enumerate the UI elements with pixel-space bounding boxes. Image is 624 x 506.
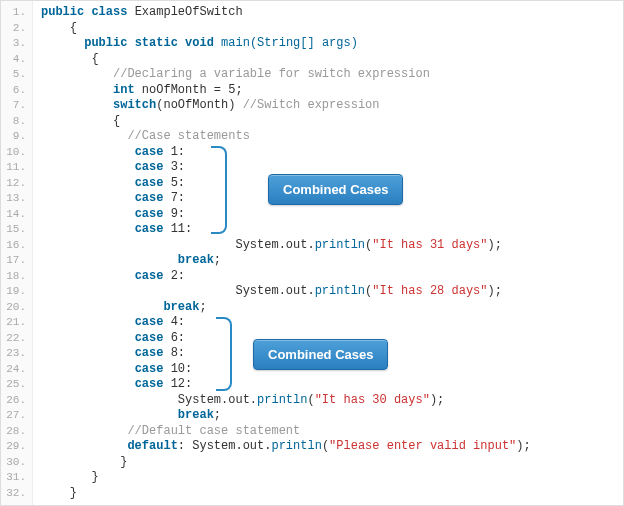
- line-number: 32.: [5, 486, 26, 502]
- annotation-badge: Combined Cases: [268, 174, 403, 205]
- code-line: default: System.out.println("Please ente…: [41, 439, 623, 455]
- code-line: int noOfMonth = 5;: [41, 83, 623, 99]
- line-number: 1.: [5, 5, 26, 21]
- annotation-badge: Combined Cases: [253, 339, 388, 370]
- line-number: 6.: [5, 83, 26, 99]
- code-line: break;: [41, 253, 623, 269]
- line-number: 8.: [5, 114, 26, 130]
- line-gutter: 1. 2. 3. 4. 5. 6. 7. 8. 9. 10. 11. 12. 1…: [1, 1, 33, 505]
- code-line: switch(noOfMonth) //Switch expression: [41, 98, 623, 114]
- code-line: System.out.println("It has 31 days");: [41, 238, 623, 254]
- line-number: 16.: [5, 238, 26, 254]
- code-line: case 12:: [41, 377, 623, 393]
- code-line: public class ExampleOfSwitch: [41, 5, 623, 21]
- code-line: }: [41, 486, 623, 502]
- line-number: 29.: [5, 439, 26, 455]
- code-lines: public class ExampleOfSwitch { public st…: [33, 1, 623, 505]
- code-line: //Case statements: [41, 129, 623, 145]
- line-number: 21.: [5, 315, 26, 331]
- code-line: //Declaring a variable for switch expres…: [41, 67, 623, 83]
- line-number: 28.: [5, 424, 26, 440]
- code-line: break;: [41, 408, 623, 424]
- code-line: case 1:: [41, 145, 623, 161]
- line-number: 22.: [5, 331, 26, 347]
- line-number: 19.: [5, 284, 26, 300]
- brace-icon: [211, 146, 227, 234]
- line-number: 20.: [5, 300, 26, 316]
- line-number: 2.: [5, 21, 26, 37]
- line-number: 27.: [5, 408, 26, 424]
- line-number: 30.: [5, 455, 26, 471]
- code-line: System.out.println("It has 28 days");: [41, 284, 623, 300]
- line-number: 26.: [5, 393, 26, 409]
- line-number: 31.: [5, 470, 26, 486]
- line-number: 4.: [5, 52, 26, 68]
- line-number: 23.: [5, 346, 26, 362]
- line-number: 13.: [5, 191, 26, 207]
- line-number: 7.: [5, 98, 26, 114]
- code-line: public static void main(String[] args): [41, 36, 623, 52]
- line-number: 24.: [5, 362, 26, 378]
- code-line: //Default case statement: [41, 424, 623, 440]
- line-number: 14.: [5, 207, 26, 223]
- line-number: 12.: [5, 176, 26, 192]
- line-number: 10.: [5, 145, 26, 161]
- code-line: break;: [41, 300, 623, 316]
- line-number: 5.: [5, 67, 26, 83]
- line-number: 3.: [5, 36, 26, 52]
- line-number: 15.: [5, 222, 26, 238]
- code-line: case 4:: [41, 315, 623, 331]
- code-line: case 9:: [41, 207, 623, 223]
- code-line: }: [41, 470, 623, 486]
- code-editor: 1. 2. 3. 4. 5. 6. 7. 8. 9. 10. 11. 12. 1…: [1, 1, 623, 505]
- line-number: 25.: [5, 377, 26, 393]
- code-line: case 2:: [41, 269, 623, 285]
- code-line: }: [41, 455, 623, 471]
- code-line: System.out.println("It has 30 days");: [41, 393, 623, 409]
- code-line: {: [41, 21, 623, 37]
- line-number: 17.: [5, 253, 26, 269]
- code-line: {: [41, 114, 623, 130]
- code-line: {: [41, 52, 623, 68]
- code-line: case 11:: [41, 222, 623, 238]
- line-number: 9.: [5, 129, 26, 145]
- line-number: 18.: [5, 269, 26, 285]
- brace-icon: [216, 317, 232, 391]
- line-number: 11.: [5, 160, 26, 176]
